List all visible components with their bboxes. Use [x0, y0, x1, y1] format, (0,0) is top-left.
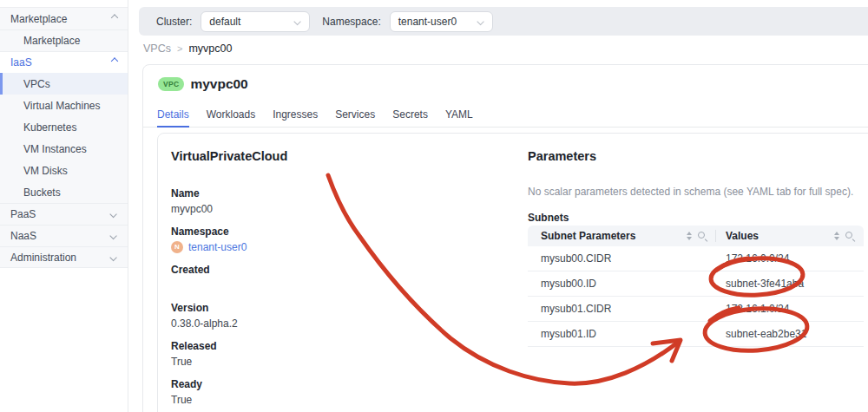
- tab-details[interactable]: Details: [157, 103, 189, 128]
- parameters-column: Parameters No scalar parameters detected…: [528, 149, 865, 347]
- breadcrumb-current: myvpc00: [188, 43, 232, 55]
- chevron-down-icon: [109, 232, 116, 239]
- field-label: Name: [171, 186, 457, 201]
- cell-subnet-parameter: mysub00.ID: [528, 278, 716, 290]
- cell-value: 172.16.1.0/24: [716, 303, 864, 315]
- breadcrumb-separator: >: [177, 43, 182, 54]
- field-value: myvpc00: [171, 201, 457, 217]
- sidebar-item-vpcs[interactable]: VPCs: [0, 73, 128, 95]
- namespace-label: Namespace:: [322, 16, 380, 28]
- field-namespace: Namespace N tenant-user0: [171, 224, 457, 255]
- subnets-table-header: Subnet Parameters Values: [528, 226, 864, 246]
- resource-header: VPC myvpc00: [158, 76, 248, 92]
- sort-icon[interactable]: [834, 232, 839, 240]
- chevron-up-icon: [111, 14, 118, 21]
- sidebar-item-label: VM Disks: [23, 165, 68, 177]
- tab-secrets[interactable]: Secrets: [392, 103, 428, 128]
- sidebar-item-label: Virtual Machines: [23, 100, 101, 112]
- field-value: 0.38.0-alpha.2: [171, 316, 457, 331]
- sidebar-item-label: VM Instances: [23, 143, 87, 155]
- field-value: True: [171, 354, 457, 369]
- sidebar-group-naas[interactable]: NaaS: [0, 225, 128, 246]
- parameters-heading: Parameters: [528, 149, 865, 165]
- cell-subnet-parameter: mysub01.ID: [528, 328, 716, 340]
- cluster-select-value: default: [209, 16, 240, 28]
- sidebar-item-virtual-machines[interactable]: Virtual Machines: [0, 95, 128, 116]
- search-icon[interactable]: [697, 231, 707, 241]
- tab-services[interactable]: Services: [335, 103, 375, 128]
- cell-subnet-parameter: mysub01.CIDR: [528, 303, 716, 315]
- context-bar: Cluster: default Namespace: tenant-user0: [139, 7, 868, 36]
- field-label: Ready: [171, 376, 457, 392]
- cell-value: subnet-eab2be31: [716, 328, 864, 340]
- field-ready: Ready True: [171, 376, 457, 408]
- field-released: Released True: [171, 338, 457, 369]
- field-created: Created: [171, 262, 457, 293]
- tab-yaml[interactable]: YAML: [445, 103, 473, 128]
- sidebar-group-label: Administration: [10, 252, 76, 264]
- tab-workloads[interactable]: Workloads: [207, 103, 255, 128]
- chevron-down-icon: [477, 17, 483, 24]
- subnets-label: Subnets: [528, 212, 865, 226]
- sidebar-group-paas[interactable]: PaaS: [0, 203, 128, 225]
- sidebar-item-marketplace[interactable]: Marketplace: [0, 29, 128, 51]
- content-card: VPC myvpc00 Details Workloads Ingresses …: [142, 64, 868, 412]
- sidebar-list: Marketplace Marketplace IaaS VPCs Virtua…: [0, 7, 128, 268]
- cluster-label: Cluster:: [156, 16, 192, 28]
- details-panel: VirtualPrivateCloud Name myvpc00 Namespa…: [157, 133, 868, 412]
- namespace-select[interactable]: tenant-user0: [390, 11, 493, 32]
- column-header-subnet-parameters[interactable]: Subnet Parameters: [528, 226, 716, 246]
- sidebar-group-marketplace[interactable]: Marketplace: [0, 8, 128, 29]
- cell-value: subnet-3fe41aba: [716, 278, 864, 290]
- cluster-select[interactable]: default: [201, 11, 310, 32]
- sidebar-group-label: IaaS: [10, 56, 32, 69]
- field-version: Version 0.38.0-alpha.2: [171, 300, 457, 331]
- breadcrumb-vpcs-link[interactable]: VPCs: [143, 43, 171, 55]
- column-header-label: Subnet Parameters: [541, 230, 635, 242]
- field-label: Released: [171, 338, 457, 354]
- sidebar-group-label: NaaS: [10, 230, 36, 242]
- field-value: N tenant-user0: [171, 239, 457, 255]
- column-header-label: Values: [726, 230, 759, 242]
- sidebar-item-label: Buckets: [23, 186, 61, 199]
- sidebar-item-vm-instances[interactable]: VM Instances: [0, 138, 128, 160]
- sidebar-group-iaas[interactable]: IaaS: [0, 51, 128, 73]
- field-label: Version: [171, 300, 457, 316]
- details-heading: VirtualPrivateCloud: [171, 149, 457, 165]
- tab-bar: Details Workloads Ingresses Services Sec…: [143, 103, 868, 128]
- search-icon[interactable]: [845, 231, 855, 241]
- resource-details-column: VirtualPrivateCloud Name myvpc00 Namespa…: [171, 149, 457, 412]
- field-label: Created: [171, 262, 457, 278]
- sidebar-item-label: Kubernetes: [23, 121, 76, 134]
- sidebar: Marketplace Marketplace IaaS VPCs Virtua…: [0, 0, 128, 412]
- sidebar-item-kubernetes[interactable]: Kubernetes: [0, 116, 128, 138]
- sort-icon[interactable]: [687, 232, 692, 240]
- namespace-select-value: tenant-user0: [398, 16, 457, 28]
- column-header-tools: [687, 231, 716, 241]
- field-label: Namespace: [171, 224, 457, 239]
- sidebar-item-label: Marketplace: [23, 35, 80, 47]
- namespace-link[interactable]: tenant-user0: [188, 239, 247, 255]
- sidebar-group-label: Marketplace: [10, 13, 67, 25]
- field-value: [171, 278, 457, 293]
- table-row: mysub00.CIDR 172.16.0.0/24: [528, 246, 864, 271]
- chevron-down-icon: [109, 211, 116, 218]
- sidebar-item-buckets[interactable]: Buckets: [0, 181, 128, 203]
- app-window: Marketplace Marketplace IaaS VPCs Virtua…: [0, 0, 868, 412]
- table-row: mysub01.ID subnet-eab2be31: [528, 322, 864, 347]
- page-title: myvpc00: [190, 76, 247, 92]
- sidebar-item-vm-disks[interactable]: VM Disks: [0, 160, 128, 181]
- column-header-values[interactable]: Values: [716, 226, 864, 246]
- tab-ingresses[interactable]: Ingresses: [273, 103, 318, 128]
- namespace-avatar: N: [171, 241, 183, 253]
- column-header-tools: [834, 231, 864, 241]
- table-row: mysub01.CIDR 172.16.1.0/24: [528, 297, 864, 322]
- subnets-table: Subnet Parameters Values: [528, 226, 864, 347]
- breadcrumb: VPCs > myvpc00: [143, 40, 232, 57]
- vpc-kind-badge: VPC: [158, 77, 184, 91]
- chevron-down-icon: [294, 17, 301, 24]
- sidebar-group-administration[interactable]: Administration: [0, 246, 128, 268]
- chevron-down-icon: [109, 253, 116, 260]
- sidebar-item-label: VPCs: [23, 78, 50, 90]
- cell-subnet-parameter: mysub00.CIDR: [528, 252, 716, 265]
